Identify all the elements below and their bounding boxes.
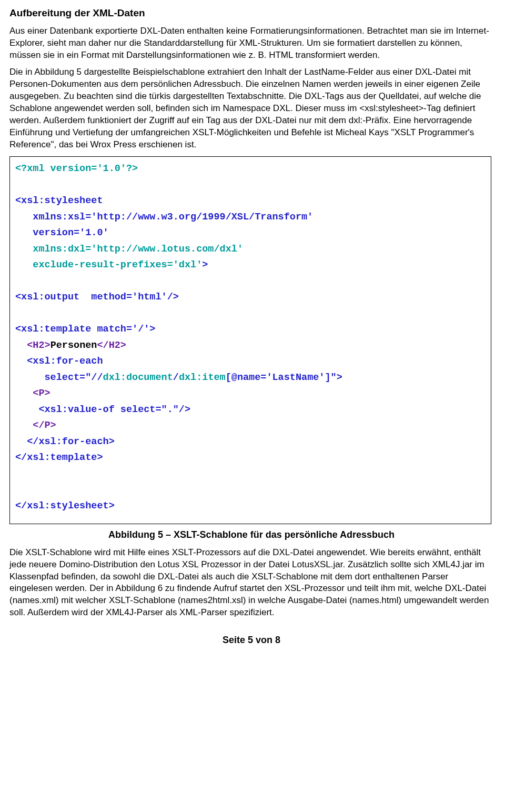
paragraph-2: Die in Abbildung 5 dargestellte Beispiel… — [9, 66, 493, 151]
code-listing: <?xml version='1.0'?> <xsl:stylesheet xm… — [9, 156, 491, 524]
figure-caption: Abbildung 5 – XSLT-Schablone für das per… — [9, 528, 493, 541]
xslt-code: <?xml version='1.0'?> <xsl:stylesheet xm… — [15, 161, 486, 514]
document-page: Aufbereitung der XML-Daten Aus einer Dat… — [0, 0, 505, 652]
paragraph-3: Die XSLT-Schablone wird mit Hilfe eines … — [9, 547, 493, 619]
paragraph-1: Aus einer Datenbank exportierte DXL-Date… — [9, 25, 493, 62]
section-heading: Aufbereitung der XML-Daten — [9, 6, 493, 20]
page-footer: Seite 5 von 8 — [9, 634, 493, 646]
